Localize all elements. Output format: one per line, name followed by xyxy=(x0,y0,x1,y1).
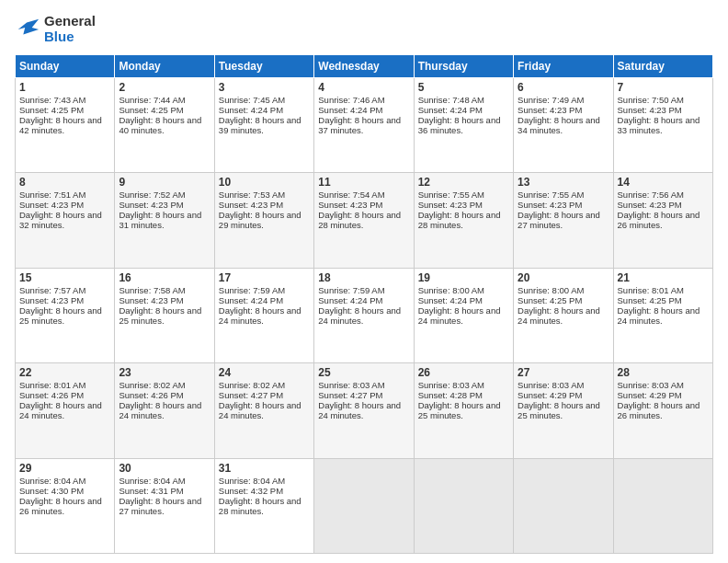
day-number: 31 xyxy=(219,462,310,475)
calendar-cell: 19 Sunrise: 8:00 AM Sunset: 4:24 PM Dayl… xyxy=(414,268,513,363)
week-row-4: 22 Sunrise: 8:01 AM Sunset: 4:26 PM Dayl… xyxy=(16,363,713,459)
daylight: Daylight: 8 hours and 24 minutes. xyxy=(318,400,401,420)
day-number: 23 xyxy=(119,366,210,379)
day-number: 20 xyxy=(518,271,609,284)
daylight: Daylight: 8 hours and 37 minutes. xyxy=(318,115,401,135)
sunrise: Sunrise: 7:45 AM xyxy=(219,95,285,105)
calendar-cell: 8 Sunrise: 7:51 AM Sunset: 4:23 PM Dayli… xyxy=(16,173,115,269)
daylight: Daylight: 8 hours and 24 minutes. xyxy=(219,400,301,420)
calendar-cell: 14 Sunrise: 7:56 AM Sunset: 4:23 PM Dayl… xyxy=(613,173,712,269)
daylight: Daylight: 8 hours and 25 minutes. xyxy=(19,305,102,326)
calendar-cell: 5 Sunrise: 7:48 AM Sunset: 4:24 PM Dayli… xyxy=(414,77,513,173)
daylight: Daylight: 8 hours and 42 minutes. xyxy=(19,115,102,135)
day-number: 16 xyxy=(119,271,210,284)
daylight: Daylight: 8 hours and 24 minutes. xyxy=(119,400,201,420)
logo-text: General Blue xyxy=(44,13,96,45)
sunrise: Sunrise: 7:43 AM xyxy=(19,95,85,105)
day-number: 14 xyxy=(618,176,709,189)
calendar-cell: 4 Sunrise: 7:46 AM Sunset: 4:24 PM Dayli… xyxy=(314,77,414,173)
sunrise: Sunrise: 7:49 AM xyxy=(518,95,584,105)
sunrise: Sunrise: 8:02 AM xyxy=(119,380,185,390)
calendar-cell: 24 Sunrise: 8:02 AM Sunset: 4:27 PM Dayl… xyxy=(214,363,313,459)
day-number: 7 xyxy=(618,81,709,94)
daylight: Daylight: 8 hours and 28 minutes. xyxy=(418,210,501,230)
calendar-cell: 23 Sunrise: 8:02 AM Sunset: 4:26 PM Dayl… xyxy=(115,363,214,459)
calendar-cell: 9 Sunrise: 7:52 AM Sunset: 4:23 PM Dayli… xyxy=(115,173,214,269)
day-header-saturday: Saturday xyxy=(613,54,712,77)
daylight: Daylight: 8 hours and 27 minutes. xyxy=(518,210,600,230)
sunset: Sunset: 4:28 PM xyxy=(418,390,483,400)
day-number: 25 xyxy=(318,366,409,379)
sunset: Sunset: 4:24 PM xyxy=(318,295,382,305)
sunrise: Sunrise: 8:03 AM xyxy=(318,380,384,390)
day-header-tuesday: Tuesday xyxy=(214,54,313,77)
day-header-thursday: Thursday xyxy=(414,54,513,77)
day-number: 22 xyxy=(19,366,110,379)
sunrise: Sunrise: 7:50 AM xyxy=(618,95,684,105)
sunset: Sunset: 4:23 PM xyxy=(19,200,84,210)
week-row-5: 29 Sunrise: 8:04 AM Sunset: 4:30 PM Dayl… xyxy=(16,458,713,554)
sunset: Sunset: 4:23 PM xyxy=(318,200,382,210)
daylight: Daylight: 8 hours and 34 minutes. xyxy=(518,115,600,135)
calendar-cell: 30 Sunrise: 8:04 AM Sunset: 4:31 PM Dayl… xyxy=(115,458,214,554)
sunrise: Sunrise: 8:01 AM xyxy=(19,380,85,390)
day-number: 1 xyxy=(19,81,110,94)
calendar-cell xyxy=(514,458,613,554)
sunset: Sunset: 4:26 PM xyxy=(119,390,183,400)
sunset: Sunset: 4:25 PM xyxy=(19,105,84,115)
sunrise: Sunrise: 7:57 AM xyxy=(19,285,85,295)
calendar-cell: 7 Sunrise: 7:50 AM Sunset: 4:23 PM Dayli… xyxy=(613,77,712,173)
sunrise: Sunrise: 8:03 AM xyxy=(418,380,484,390)
day-number: 29 xyxy=(19,462,110,475)
daylight: Daylight: 8 hours and 24 minutes. xyxy=(219,305,301,326)
calendar-cell: 6 Sunrise: 7:49 AM Sunset: 4:23 PM Dayli… xyxy=(514,77,613,173)
sunset: Sunset: 4:23 PM xyxy=(219,200,283,210)
sunrise: Sunrise: 7:55 AM xyxy=(518,190,584,200)
sunrise: Sunrise: 7:52 AM xyxy=(119,190,185,200)
daylight: Daylight: 8 hours and 40 minutes. xyxy=(119,115,201,135)
sunset: Sunset: 4:24 PM xyxy=(219,295,283,305)
sunset: Sunset: 4:23 PM xyxy=(618,200,682,210)
day-number: 26 xyxy=(418,366,509,379)
calendar-cell: 17 Sunrise: 7:59 AM Sunset: 4:24 PM Dayl… xyxy=(214,268,313,363)
sunrise: Sunrise: 8:04 AM xyxy=(119,476,185,486)
calendar-cell xyxy=(314,458,414,554)
daylight: Daylight: 8 hours and 39 minutes. xyxy=(219,115,301,135)
day-number: 4 xyxy=(318,81,409,94)
sunrise: Sunrise: 8:03 AM xyxy=(518,380,584,390)
sunset: Sunset: 4:23 PM xyxy=(19,295,84,305)
daylight: Daylight: 8 hours and 24 minutes. xyxy=(518,305,600,326)
sunset: Sunset: 4:24 PM xyxy=(418,295,483,305)
sunrise: Sunrise: 7:46 AM xyxy=(318,95,384,105)
calendar-page: General Blue SundayMondayTuesdayWednesda… xyxy=(0,0,728,563)
calendar-cell: 13 Sunrise: 7:55 AM Sunset: 4:23 PM Dayl… xyxy=(514,173,613,269)
sunset: Sunset: 4:24 PM xyxy=(418,105,483,115)
sunset: Sunset: 4:23 PM xyxy=(518,200,582,210)
calendar-cell: 15 Sunrise: 7:57 AM Sunset: 4:23 PM Dayl… xyxy=(16,268,115,363)
calendar-table: SundayMondayTuesdayWednesdayThursdayFrid… xyxy=(15,54,713,555)
daylight: Daylight: 8 hours and 25 minutes. xyxy=(119,305,201,326)
calendar-cell: 1 Sunrise: 7:43 AM Sunset: 4:25 PM Dayli… xyxy=(16,77,115,173)
sunrise: Sunrise: 8:04 AM xyxy=(219,476,285,486)
sunrise: Sunrise: 7:48 AM xyxy=(418,95,484,105)
day-number: 24 xyxy=(219,366,310,379)
sunrise: Sunrise: 7:59 AM xyxy=(219,285,285,295)
day-number: 8 xyxy=(19,176,110,189)
calendar-cell: 12 Sunrise: 7:55 AM Sunset: 4:23 PM Dayl… xyxy=(414,173,513,269)
calendar-cell: 10 Sunrise: 7:53 AM Sunset: 4:23 PM Dayl… xyxy=(214,173,313,269)
calendar-cell: 27 Sunrise: 8:03 AM Sunset: 4:29 PM Dayl… xyxy=(514,363,613,459)
week-row-1: 1 Sunrise: 7:43 AM Sunset: 4:25 PM Dayli… xyxy=(16,77,713,173)
sunrise: Sunrise: 7:53 AM xyxy=(219,190,285,200)
day-header-friday: Friday xyxy=(514,54,613,77)
logo-icon xyxy=(15,16,40,41)
sunset: Sunset: 4:23 PM xyxy=(418,200,483,210)
week-row-3: 15 Sunrise: 7:57 AM Sunset: 4:23 PM Dayl… xyxy=(16,268,713,363)
calendar-cell xyxy=(414,458,513,554)
day-number: 12 xyxy=(418,176,509,189)
daylight: Daylight: 8 hours and 26 minutes. xyxy=(19,496,102,516)
sunset: Sunset: 4:24 PM xyxy=(219,105,283,115)
day-number: 11 xyxy=(318,176,409,189)
sunrise: Sunrise: 7:54 AM xyxy=(318,190,384,200)
sunrise: Sunrise: 8:04 AM xyxy=(19,476,85,486)
daylight: Daylight: 8 hours and 24 minutes. xyxy=(418,305,501,326)
